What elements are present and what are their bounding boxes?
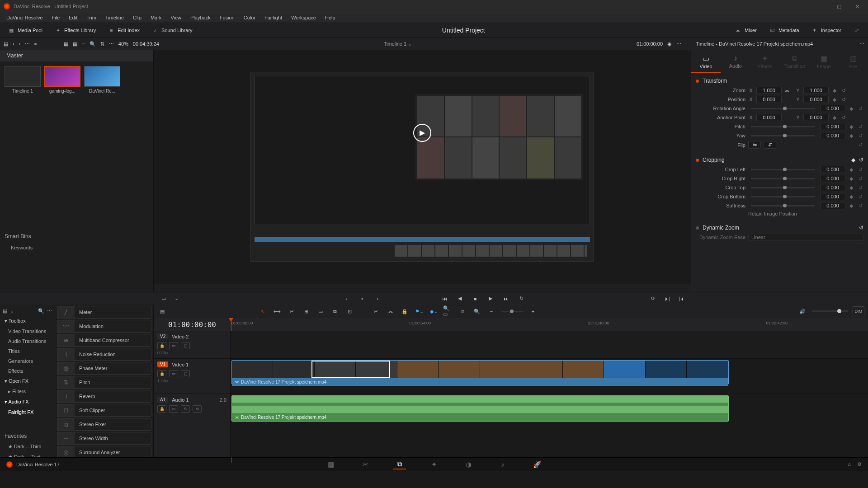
menu-fusion[interactable]: Fusion	[215, 14, 239, 21]
crop-soft-slider[interactable]	[751, 205, 815, 206]
crop-right-slider[interactable]	[751, 178, 815, 179]
reset-button[interactable]: ↺	[857, 193, 863, 200]
sort-button[interactable]: ⇅	[100, 41, 104, 47]
keyframe-button[interactable]: ◆	[831, 96, 838, 103]
disable-track-button[interactable]: ◻	[181, 370, 190, 377]
overwrite-button[interactable]: ▭	[316, 306, 326, 316]
zoom-out-button[interactable]: 🔍	[472, 306, 482, 316]
fx-item[interactable]: ⧈Stereo Fixer	[57, 418, 151, 431]
fx-view-button[interactable]: ▤	[3, 308, 7, 314]
nav-back-button[interactable]: ‹	[13, 41, 14, 47]
fxcat-titles[interactable]: Titles	[0, 346, 55, 356]
pos-y-input[interactable]: 0.000	[803, 96, 829, 103]
transform-header[interactable]: Transform	[696, 76, 863, 86]
menu-fairlight[interactable]: Fairlight	[260, 14, 287, 21]
crop-left-input[interactable]: 0.000	[820, 166, 845, 173]
trim-tool-button[interactable]: ⟷	[272, 306, 282, 316]
menu-workspace[interactable]: Workspace	[287, 14, 321, 21]
smart-bin-keywords[interactable]: Keywords	[0, 242, 153, 253]
menu-file[interactable]: File	[47, 14, 65, 21]
page-edit[interactable]: ⧉	[393, 460, 406, 469]
tab-edit-index[interactable]: ≡Edit Index	[103, 24, 145, 36]
keyframe-button[interactable]: ◆	[848, 166, 854, 173]
smart-bins-header[interactable]: Smart Bins	[0, 230, 153, 242]
crop-top-slider[interactable]	[751, 187, 815, 188]
fx-item[interactable]: ≀Reverb	[57, 390, 151, 403]
page-fusion[interactable]: ✦	[428, 460, 440, 469]
fxcat-fairlight[interactable]: Fairlight FX	[0, 407, 55, 417]
tab-sound-library[interactable]: ♪Sound Library	[146, 24, 198, 36]
crop-bottom-input[interactable]: 0.000	[820, 193, 845, 200]
fx-search-button[interactable]: 🔍	[38, 308, 44, 314]
inspector-tab-effects[interactable]: ✦Effects	[750, 52, 779, 73]
page-color[interactable]: ◑	[462, 460, 475, 469]
keyframe-button[interactable]: ◆	[848, 105, 854, 112]
favorite-item[interactable]: ★ Dark ... Text	[0, 452, 55, 457]
reset-button[interactable]: ↺	[840, 87, 847, 94]
viewer-scrubber[interactable]	[154, 284, 691, 292]
project-settings-button[interactable]: ⚙	[857, 461, 862, 467]
pitch-slider[interactable]	[751, 126, 815, 127]
inspector-tab-file[interactable]: ▥File	[839, 52, 868, 73]
tc-mode-button[interactable]: ◉	[667, 41, 672, 47]
stop-button[interactable]: ■	[471, 294, 480, 303]
crop-mode-button[interactable]: ▭	[159, 294, 168, 303]
track-header-a1[interactable]: A1Audio 12.0 🔒▭SM	[154, 394, 230, 429]
reset-button[interactable]: ↺	[857, 166, 863, 173]
last-frame-button[interactable]: |⏴	[677, 294, 686, 303]
fxcat-audio-transitions[interactable]: Audio Transitions	[0, 336, 55, 346]
crop-bottom-slider[interactable]	[751, 196, 815, 197]
flip-v-button[interactable]: ⇵	[764, 141, 776, 149]
minimize-button[interactable]: —	[814, 2, 828, 11]
stop-dot-button[interactable]: •	[358, 294, 367, 303]
yaw-slider[interactable]	[751, 135, 815, 136]
reset-button[interactable]: ↺	[859, 157, 863, 163]
track-lane-a1[interactable]: ⫘DaVinci Resolve 17 Projekt speichern.mp…	[231, 394, 868, 429]
fx-more-button[interactable]: ⋯	[47, 308, 52, 314]
find-button[interactable]: 🔍▭	[443, 306, 453, 316]
fx-item[interactable]: 〰Modulation	[57, 320, 151, 333]
page-deliver[interactable]: 🚀	[531, 460, 543, 469]
keyframe-button[interactable]: ◆	[831, 114, 838, 121]
dynamic-zoom-header[interactable]: Dynamic Zoom↺	[696, 223, 863, 233]
fx-item[interactable]: 〳Meter	[57, 306, 151, 319]
fxcat-audiofx[interactable]: ▾ Audio FX	[0, 397, 55, 407]
home-button[interactable]: ⌂	[848, 461, 851, 467]
prev-edit-button[interactable]: ‹	[342, 294, 351, 303]
snap-button[interactable]: ⧈	[458, 306, 467, 316]
viewer-more-button[interactable]: ⋯	[676, 41, 681, 47]
fx-view-dropdown[interactable]: ⌄	[10, 308, 14, 314]
reset-button[interactable]: ↺	[857, 132, 863, 139]
thumb-list-button[interactable]: ≡	[82, 41, 85, 47]
pos-x-input[interactable]: 0.000	[756, 96, 782, 103]
tab-effects-library[interactable]: ✦Effects Library	[49, 24, 101, 36]
viewer-zoom[interactable]: 40%	[118, 41, 128, 47]
close-button[interactable]: ✕	[850, 2, 864, 11]
page-cut[interactable]: ✂	[359, 460, 372, 469]
menu-trim[interactable]: Trim	[82, 14, 101, 21]
menu-edit[interactable]: Edit	[64, 14, 82, 21]
maximize-button[interactable]: ▢	[832, 2, 846, 11]
more-button[interactable]: ⋯	[25, 41, 30, 47]
insert-button[interactable]: ⊞	[301, 306, 311, 316]
reset-button[interactable]: ↺	[857, 105, 863, 112]
yaw-input[interactable]: 0.000	[820, 132, 845, 139]
loop-button[interactable]: ↻	[517, 294, 526, 303]
video-clip[interactable]: ⫘DaVinci Resolve 17 Projekt speichern.mp…	[231, 360, 729, 385]
bin-view-button[interactable]: ▤	[4, 41, 8, 47]
tab-media-pool[interactable]: ▦Media Pool	[3, 24, 47, 36]
lock-track-button[interactable]: 🔒	[157, 342, 166, 349]
zoom-x-input[interactable]: 1.000	[756, 87, 782, 94]
zoom-minus-button[interactable]: −	[486, 306, 496, 316]
fx-item[interactable]: ⇅Pitch	[57, 376, 151, 389]
tab-metadata[interactable]: 🏷Metadata	[764, 24, 804, 36]
keyframe-button[interactable]: ◆	[831, 87, 838, 94]
inspector-tab-image[interactable]: ▦Image	[809, 52, 839, 73]
go-start-button[interactable]: ⏮	[440, 294, 449, 303]
clip-thumb[interactable]: gaming-log...	[44, 66, 80, 94]
fxcat-filters[interactable]: ▸ Filters	[0, 386, 55, 397]
keyframe-button[interactable]: ◆	[848, 193, 854, 200]
flag-button[interactable]: ⚑⌄	[414, 306, 424, 316]
fxcat-generators[interactable]: Generators	[0, 356, 55, 366]
menu-timeline[interactable]: Timeline	[101, 14, 128, 21]
